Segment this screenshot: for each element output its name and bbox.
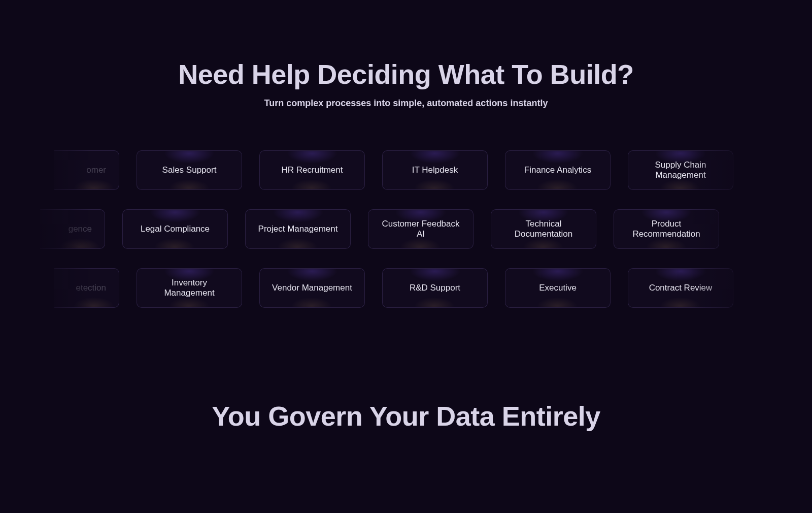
card-sales-support[interactable]: Sales Support <box>137 150 242 190</box>
card-row-2: gence Legal Compliance Project Managemen… <box>0 209 796 249</box>
card-supply-chain-management[interactable]: Supply Chain Management <box>628 150 733 190</box>
card-hr-recruitment[interactable]: HR Recruitment <box>259 150 365 190</box>
card-product-recommendation[interactable]: Product Recommendation <box>614 209 719 249</box>
card-project-management[interactable]: Project Management <box>245 209 351 249</box>
card-inventory-management[interactable]: Inventory Management <box>137 268 242 308</box>
page-subtitle: Turn complex processes into simple, auto… <box>0 98 812 109</box>
card-contract-review[interactable]: Contract Review <box>628 268 733 308</box>
card-it-helpdesk[interactable]: IT Helpdesk <box>382 150 488 190</box>
card-partial-customer[interactable]: omer <box>54 150 119 190</box>
card-partial-intelligence[interactable]: gence <box>40 209 105 249</box>
card-legal-compliance[interactable]: Legal Compliance <box>122 209 228 249</box>
card-row-3: etection Inventory Management Vendor Man… <box>0 268 810 308</box>
card-partial-detection[interactable]: etection <box>54 268 119 308</box>
card-rd-support[interactable]: R&D Support <box>382 268 488 308</box>
card-vendor-management[interactable]: Vendor Management <box>259 268 365 308</box>
card-customer-feedback-ai[interactable]: Customer Feedback AI <box>368 209 473 249</box>
hero-section: Need Help Deciding What To Build? Turn c… <box>0 0 812 109</box>
cards-section: omer Sales Support HR Recruitment IT Hel… <box>0 150 812 308</box>
card-row-1: omer Sales Support HR Recruitment IT Hel… <box>0 150 810 190</box>
bottom-section-title: You Govern Your Data Entirely <box>0 400 812 432</box>
card-technical-documentation[interactable]: Technical Documentation <box>491 209 596 249</box>
page-title: Need Help Deciding What To Build? <box>0 58 812 90</box>
card-finance-analytics[interactable]: Finance Analytics <box>505 150 611 190</box>
card-executive[interactable]: Executive <box>505 268 611 308</box>
